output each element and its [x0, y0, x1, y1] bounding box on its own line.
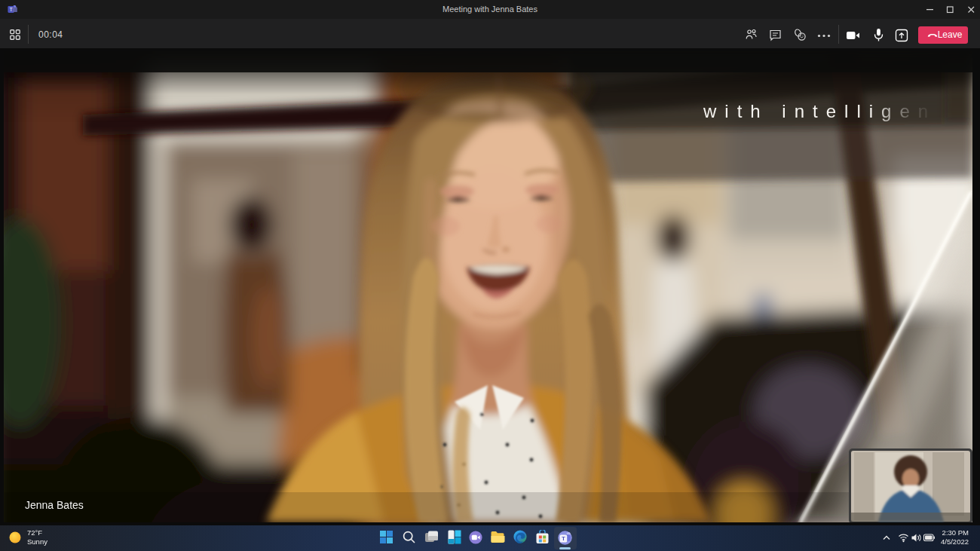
svg-text:T: T: [562, 535, 565, 542]
svg-text:T: T: [9, 7, 13, 12]
